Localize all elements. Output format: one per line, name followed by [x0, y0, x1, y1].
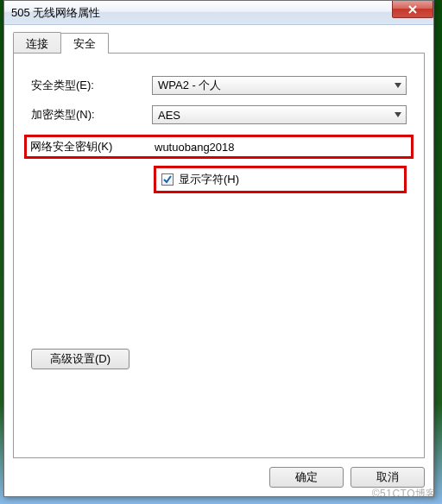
tab-security[interactable]: 安全: [60, 33, 109, 54]
close-button[interactable]: [392, 1, 433, 18]
security-key-value[interactable]: wutuobang2018: [155, 141, 235, 154]
security-type-dropdown[interactable]: WPA2 - 个人: [152, 76, 407, 95]
chevron-down-icon: [390, 77, 406, 94]
client-area: 连接 安全 安全类型(E): WPA2 - 个人 加密类型(N): AES: [4, 25, 433, 496]
chevron-down-icon: [390, 106, 406, 123]
tab-connect[interactable]: 连接: [13, 32, 61, 53]
advanced-settings-button[interactable]: 高级设置(D): [31, 349, 129, 369]
tab-panel-security: 安全类型(E): WPA2 - 个人 加密类型(N): AES 网络安全密钥(K…: [13, 53, 425, 458]
show-characters-label: 显示字符(H): [179, 172, 239, 187]
close-icon: [407, 5, 418, 14]
security-type-label: 安全类型(E):: [31, 78, 152, 93]
show-characters-checkbox[interactable]: [161, 173, 174, 186]
ok-button[interactable]: 确定: [269, 467, 344, 488]
tabstrip: 连接 安全: [13, 32, 425, 53]
dialog-window: 505 无线网络属性 连接 安全 安全类型(E): WPA2 - 个人 加密类型…: [3, 0, 434, 497]
encryption-type-dropdown[interactable]: AES: [152, 105, 407, 124]
cancel-button[interactable]: 取消: [350, 467, 425, 488]
encryption-type-value: AES: [158, 109, 180, 122]
window-title: 505 无线网络属性: [11, 5, 100, 21]
row-security-key-highlighted: 网络安全密钥(K) wutuobang2018: [24, 135, 414, 159]
row-encryption-type: 加密类型(N): AES: [31, 105, 407, 124]
row-show-characters-highlighted: 显示字符(H): [154, 166, 407, 193]
security-type-value: WPA2 - 个人: [158, 78, 221, 93]
row-security-type: 安全类型(E): WPA2 - 个人: [31, 76, 407, 95]
titlebar[interactable]: 505 无线网络属性: [4, 1, 433, 25]
dialog-footer: 确定 取消: [13, 458, 425, 488]
encryption-type-label: 加密类型(N):: [31, 107, 152, 123]
security-key-label: 网络安全密钥(K): [30, 139, 155, 154]
checkmark-icon: [163, 175, 172, 184]
